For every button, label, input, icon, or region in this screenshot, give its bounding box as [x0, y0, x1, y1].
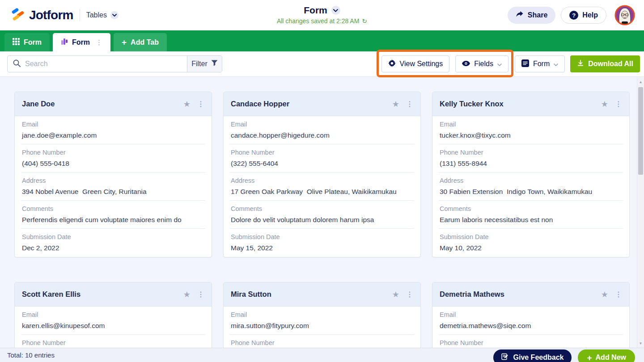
field-label: Email: [231, 120, 413, 129]
plus-icon: +: [122, 38, 127, 46]
card-title: Kelly Tucker Knox: [440, 100, 601, 108]
question-icon: ?: [569, 11, 578, 20]
card-field[interactable]: Phone Number (322) 555-6404: [224, 144, 420, 173]
fields-button[interactable]: Fields: [455, 55, 508, 72]
field-value: demetria.mathews@siqe.com: [440, 321, 622, 331]
help-button[interactable]: ? Help: [561, 7, 606, 24]
form-menu-button[interactable]: Form: [515, 55, 565, 72]
card-field[interactable]: Email karen.ellis@kinupesof.com: [15, 307, 212, 335]
filter-button[interactable]: Filter: [187, 56, 222, 72]
more-options-icon[interactable]: ⋮: [615, 100, 622, 108]
submission-card[interactable]: Mira Sutton ★ ⋮ Email mira.sutton@fitypu…: [223, 282, 421, 348]
submission-card[interactable]: Demetria Mathews ★ ⋮ Email demetria.math…: [432, 282, 630, 348]
card-field[interactable]: Email mira.sutton@fitypury.com: [224, 307, 420, 335]
star-icon[interactable]: ★: [392, 290, 399, 299]
field-value: tucker.knox@tixyc.com: [440, 130, 622, 140]
field-value: (131) 555-8944: [440, 159, 622, 168]
more-options-icon[interactable]: ⋮: [406, 290, 413, 299]
toolbar-right-extra: Form Download All: [515, 55, 640, 72]
grid-icon: [13, 38, 20, 47]
scroll-down-arrow-icon[interactable]: ▼: [637, 341, 644, 345]
give-feedback-button[interactable]: Give Feedback: [493, 349, 572, 362]
card-actions: ★ ⋮: [392, 99, 413, 109]
card-field[interactable]: Address 17 Green Oak Parkway Olive Plate…: [224, 173, 420, 201]
search-input[interactable]: [25, 60, 182, 68]
card-field[interactable]: Phone Number (131) 555-8944: [432, 144, 629, 173]
download-all-button[interactable]: Download All: [570, 55, 640, 72]
card-field[interactable]: Phone Number: [432, 335, 629, 348]
card-field[interactable]: Comments Dolore do velit voluptatum dolo…: [224, 201, 420, 229]
submission-card[interactable]: Jane Doe ★ ⋮ Email jane.doe@example.com …: [14, 92, 212, 257]
autosave-status: All changes saved at 2:28 AM ↻: [277, 17, 367, 25]
card-field[interactable]: Phone Number: [15, 335, 212, 348]
field-label: Email: [440, 120, 622, 129]
scrollbar-thumb[interactable]: [638, 87, 643, 175]
search-box: [8, 56, 187, 72]
card-header: Mira Sutton ★ ⋮: [224, 282, 420, 307]
card-field[interactable]: Email candace.hopper@higedure.com: [224, 116, 420, 144]
card-field[interactable]: Submission Date Dec 2, 2022: [15, 229, 212, 257]
card-field[interactable]: Address 394 Nobel Avenue Green City, Rur…: [15, 173, 212, 201]
page-title[interactable]: Form: [304, 5, 327, 16]
vertical-scrollbar[interactable]: ▲ ▼: [637, 77, 644, 348]
tab-options-icon[interactable]: ⋮: [96, 38, 102, 46]
card-field[interactable]: Email tucker.knox@tixyc.com: [432, 116, 629, 144]
toolbar-right: View Settings Fields: [377, 51, 640, 76]
card-field[interactable]: Email jane.doe@example.com: [15, 116, 212, 144]
submission-card[interactable]: Scott Karen Ellis ★ ⋮ Email karen.ellis@…: [14, 282, 212, 348]
more-options-icon[interactable]: ⋮: [615, 290, 622, 299]
add-tab-button[interactable]: + Add Tab: [114, 33, 167, 51]
header-actions: Share ? Help: [508, 5, 635, 25]
field-label: Address: [22, 177, 204, 185]
view-settings-button[interactable]: View Settings: [381, 55, 450, 72]
download-icon: [577, 59, 584, 68]
more-options-icon[interactable]: ⋮: [197, 290, 204, 299]
card-field[interactable]: Submission Date May 15, 2022: [224, 229, 420, 257]
star-icon[interactable]: ★: [392, 99, 399, 109]
field-label: Comments: [231, 205, 413, 213]
card-body: Email candace.hopper@higedure.com Phone …: [224, 116, 420, 257]
field-value: candace.hopper@higedure.com: [231, 130, 413, 140]
footer-bar: Total: 10 entries Give Feedback + Add Ne…: [0, 348, 644, 362]
scroll-up-arrow-icon[interactable]: ▲: [637, 80, 644, 84]
submission-card[interactable]: Candace Hopper ★ ⋮ Email candace.hopper@…: [223, 92, 421, 257]
jotform-logo[interactable]: Jotform: [11, 7, 73, 24]
field-value: Perferendis eligendi cum voluptate maior…: [22, 215, 204, 225]
more-options-icon[interactable]: ⋮: [406, 100, 413, 108]
share-button[interactable]: Share: [508, 7, 555, 24]
field-value: May 10, 2022: [440, 243, 622, 253]
card-header: Scott Karen Ellis ★ ⋮: [15, 282, 212, 307]
user-avatar[interactable]: [614, 5, 635, 25]
field-value: (322) 555-6404: [231, 159, 413, 168]
submission-card[interactable]: Kelly Tucker Knox ★ ⋮ Email tucker.knox@…: [432, 92, 630, 257]
field-value: Earum laboris necessitatibus est non: [440, 215, 622, 225]
star-icon[interactable]: ★: [183, 99, 191, 109]
tab-form-cards-active[interactable]: Form ⋮: [53, 33, 110, 51]
card-field[interactable]: Comments Perferendis eligendi cum volupt…: [15, 201, 212, 229]
feedback-pencil-icon: [501, 353, 509, 362]
card-header: Candace Hopper ★ ⋮: [224, 92, 420, 116]
card-field[interactable]: Address 30 Fabien Extension Indigo Town,…: [432, 173, 629, 201]
field-label: Comments: [440, 205, 622, 213]
card-field[interactable]: Email demetria.mathews@siqe.com: [432, 307, 629, 335]
tab-form-table[interactable]: Form: [4, 33, 50, 51]
revision-history-icon[interactable]: ↻: [362, 17, 367, 25]
card-actions: ★ ⋮: [183, 290, 204, 299]
card-field[interactable]: Comments Earum laboris necessitatibus es…: [432, 201, 629, 229]
form-document-icon: [521, 59, 529, 69]
star-icon[interactable]: ★: [601, 99, 608, 109]
card-field[interactable]: Phone Number: [224, 335, 420, 348]
card-field[interactable]: Submission Date May 10, 2022: [432, 229, 629, 257]
card-field[interactable]: Phone Number (404) 555-0418: [15, 144, 212, 173]
star-icon[interactable]: ★: [183, 290, 191, 299]
jotform-logo-icon: [11, 7, 25, 24]
star-icon[interactable]: ★: [601, 290, 608, 299]
more-options-icon[interactable]: ⋮: [197, 100, 204, 108]
chevron-down-icon[interactable]: [110, 11, 119, 19]
product-switcher[interactable]: Tables: [86, 11, 119, 19]
add-new-button[interactable]: + Add New: [578, 349, 635, 362]
cards-view: Jane Doe ★ ⋮ Email jane.doe@example.com …: [0, 77, 644, 348]
title-chevron-down-icon[interactable]: [331, 6, 340, 15]
toolbar: Filter View Settings: [0, 51, 644, 77]
card-title: Scott Karen Ellis: [22, 290, 183, 299]
